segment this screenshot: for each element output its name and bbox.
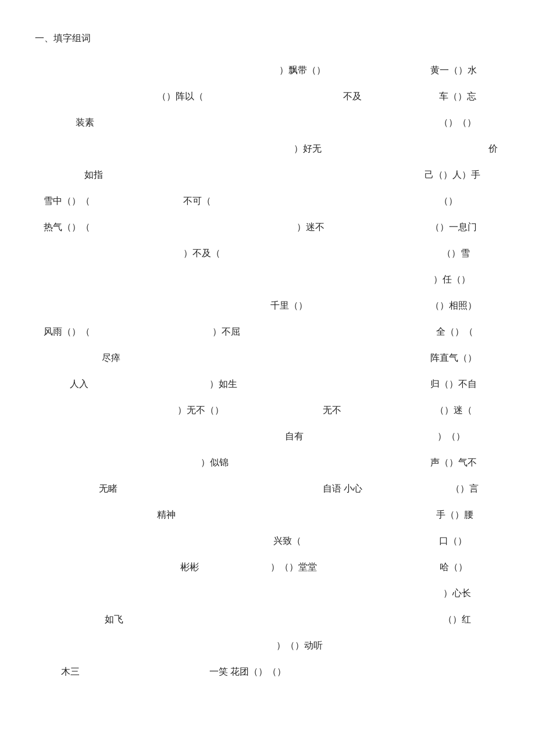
t11: 如指 <box>84 169 103 181</box>
t23: （）相照） <box>430 299 477 312</box>
t40: 自语 小心 <box>323 482 362 495</box>
t54: 一笑 花团（）（） <box>209 665 286 678</box>
t29: 人入 <box>70 378 88 390</box>
t15: （） <box>439 195 458 207</box>
t36: ）（） <box>437 430 465 443</box>
t37: ）似锦 <box>201 456 229 469</box>
t7: 装素 <box>76 116 94 129</box>
t53: 木三 <box>61 665 80 678</box>
t18: （）一息门 <box>430 221 477 234</box>
t43: 手（）腰 <box>436 508 473 521</box>
t46: 彬彬 <box>180 561 199 574</box>
t50: 如飞 <box>105 613 123 626</box>
t35: 自有 <box>285 430 304 443</box>
t52: ）（）动听 <box>276 639 323 652</box>
t47: ）（）堂堂 <box>270 561 317 574</box>
t45: 口（） <box>439 535 467 547</box>
t34: （）迷（ <box>435 404 472 417</box>
t38: 声（）气不 <box>430 456 477 469</box>
t5: 不及 <box>343 90 362 103</box>
t6: 车（）忘 <box>439 90 476 103</box>
t4: （）阵以（ <box>157 90 204 103</box>
t13: 雪中（）（ <box>44 195 90 207</box>
content: 一、填字组词）飘带（）黄一（）水（）阵以（不及车（）忘装素（）（））好无价如指己… <box>35 23 500 721</box>
t12: 己（）人）手 <box>425 169 480 181</box>
t44: 兴致（ <box>273 535 301 547</box>
t20: （）雪 <box>442 247 470 260</box>
t8: （）（） <box>439 116 476 129</box>
page: 一、填字组词）飘带（）黄一（）水（）阵以（不及车（）忘装素（）（））好无价如指己… <box>0 0 535 756</box>
t33: 无不 <box>323 404 341 417</box>
t9: ）好无 <box>294 142 322 155</box>
t25: ）不屈 <box>212 325 240 338</box>
t27: 尽瘁 <box>102 352 120 364</box>
t39: 无睹 <box>99 482 117 495</box>
t49: ）心长 <box>443 587 471 600</box>
t41: （）言 <box>451 482 479 495</box>
t28: 阵直气（） <box>430 352 477 364</box>
t3: 黄一（）水 <box>430 64 477 77</box>
t24: 风雨（）（ <box>44 325 90 338</box>
t17: ）迷不 <box>297 221 324 234</box>
t31: 归（）不自 <box>430 378 477 390</box>
t22: 千里（） <box>270 299 308 312</box>
t26: 全（）（ <box>436 325 473 338</box>
t51: （）红 <box>443 613 471 626</box>
t32: ）无不（） <box>177 404 224 417</box>
t42: 精神 <box>157 508 176 521</box>
t14: 不可（ <box>183 195 211 207</box>
t2: ）飘带（） <box>279 64 326 77</box>
t10: 价 <box>488 142 498 155</box>
t19: ）不及（ <box>183 247 220 260</box>
t48: 哈（） <box>440 561 468 574</box>
t16: 热气（）（ <box>44 221 90 234</box>
t1: 一、填字组词 <box>35 32 91 45</box>
t30: ）如生 <box>209 378 237 390</box>
t21: ）任（） <box>433 273 470 286</box>
